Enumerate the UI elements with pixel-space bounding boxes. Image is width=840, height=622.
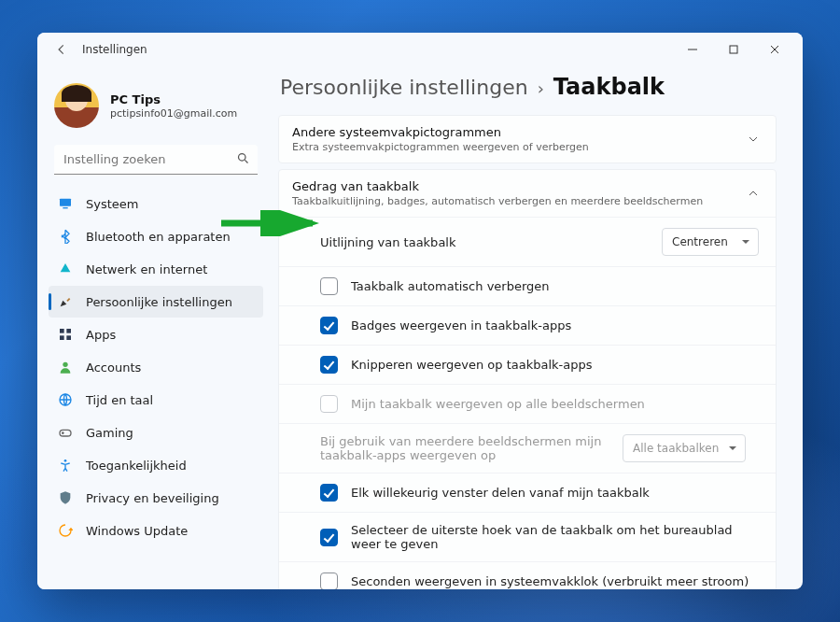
svg-point-1 bbox=[239, 154, 246, 162]
row-multi-monitor: Bij gebruik van meerdere beeldschermen m… bbox=[279, 423, 776, 473]
update-icon bbox=[58, 523, 73, 538]
minimize-icon bbox=[688, 45, 697, 54]
sidebar-item-10[interactable]: Windows Update bbox=[49, 515, 263, 546]
row-share-label: Elk willekeurig venster delen vanaf mijn… bbox=[351, 486, 759, 500]
card-other-header[interactable]: Andere systeemvakpictogrammen Extra syst… bbox=[279, 116, 776, 163]
accessibility-icon bbox=[58, 458, 73, 473]
svg-rect-3 bbox=[63, 207, 67, 208]
row-autohide[interactable]: Taakbalk automatisch verbergen bbox=[279, 266, 776, 305]
row-flashing[interactable]: Knipperen weergeven op taakbalk-apps bbox=[279, 345, 776, 384]
sidebar-item-6[interactable]: Tijd en taal bbox=[49, 384, 263, 416]
apps-icon bbox=[58, 327, 73, 342]
page-title: Taakbalk bbox=[553, 74, 665, 100]
card-taskbar-behavior: Gedrag van taakbalk Taakbalkuitlijning, … bbox=[278, 169, 777, 589]
sidebar-item-4[interactable]: Apps bbox=[49, 318, 263, 350]
svg-rect-4 bbox=[60, 329, 64, 333]
sidebar-item-label: Netwerk en internet bbox=[86, 262, 207, 276]
sidebar-item-9[interactable]: Privacy en beveiliging bbox=[49, 482, 263, 514]
all-monitors-checkbox bbox=[320, 395, 338, 413]
row-badges[interactable]: Badges weergeven in taakbalk-apps bbox=[279, 305, 776, 345]
card-behavior-header[interactable]: Gedrag van taakbalk Taakbalkuitlijning, … bbox=[279, 170, 776, 217]
svg-rect-5 bbox=[66, 329, 71, 333]
row-alignment-label: Uitlijning van taakbalk bbox=[320, 235, 649, 249]
card-other-title: Andere systeemvakpictogrammen bbox=[292, 125, 744, 139]
sidebar-item-label: Bluetooth en apparaten bbox=[86, 230, 231, 244]
close-icon bbox=[770, 45, 779, 54]
row-seconds-label: Seconden weergeven in systeemvakklok (ve… bbox=[351, 574, 759, 588]
search bbox=[54, 145, 258, 175]
sidebar-item-3[interactable]: Persoonlijke instellingen bbox=[49, 286, 263, 318]
sidebar-item-7[interactable]: Gaming bbox=[49, 417, 263, 448]
row-autohide-label: Taakbalk automatisch verbergen bbox=[351, 279, 759, 293]
arrow-left-icon bbox=[55, 43, 68, 56]
settings-window: Instellingen PC Tips pctipsinfo01@gmail.… bbox=[37, 33, 803, 589]
wifi-icon bbox=[58, 262, 73, 276]
svg-rect-0 bbox=[730, 46, 737, 53]
sidebar-item-label: Systeem bbox=[86, 197, 138, 211]
profile[interactable]: PC Tips pctipsinfo01@gmail.com bbox=[49, 74, 263, 145]
breadcrumb-parent[interactable]: Persoonlijke instellingen bbox=[280, 76, 528, 99]
minimize-button[interactable] bbox=[672, 35, 713, 64]
globe-icon bbox=[58, 392, 73, 407]
sidebar-item-2[interactable]: Netwerk en internet bbox=[49, 253, 263, 285]
row-flashing-label: Knipperen weergeven op taakbalk-apps bbox=[351, 358, 759, 372]
card-behavior-title: Gedrag van taakbalk bbox=[292, 179, 744, 193]
profile-email: pctipsinfo01@gmail.com bbox=[110, 107, 237, 120]
row-desktop-corner[interactable]: Selecteer de uiterste hoek van de taakba… bbox=[279, 512, 776, 561]
sidebar-item-5[interactable]: Accounts bbox=[49, 351, 263, 383]
sidebar-item-8[interactable]: Toegankelijkheid bbox=[49, 449, 263, 481]
maximize-icon bbox=[729, 45, 738, 54]
row-desktop-corner-label: Selecteer de uiterste hoek van de taakba… bbox=[351, 523, 759, 551]
app-title: Instellingen bbox=[82, 43, 147, 56]
row-all-monitors: Mijn taakbalk weergeven op alle beeldsch… bbox=[279, 384, 776, 423]
card-other-subtitle: Extra systeemvakpictogrammen weergeven o… bbox=[292, 141, 744, 153]
row-share[interactable]: Elk willekeurig venster delen vanaf mijn… bbox=[279, 473, 776, 512]
maximize-button[interactable] bbox=[713, 35, 754, 64]
back-button[interactable] bbox=[45, 35, 78, 64]
search-input[interactable] bbox=[54, 145, 258, 175]
svg-rect-6 bbox=[60, 335, 64, 340]
seconds-checkbox[interactable] bbox=[320, 573, 338, 589]
multi-monitor-select: Alle taakbalken bbox=[623, 434, 746, 462]
chevron-down-icon bbox=[744, 131, 763, 148]
avatar bbox=[54, 83, 99, 128]
desktop-corner-checkbox[interactable] bbox=[320, 529, 338, 546]
svg-point-11 bbox=[64, 459, 67, 462]
chevron-up-icon bbox=[744, 185, 763, 203]
row-seconds[interactable]: Seconden weergeven in systeemvakklok (ve… bbox=[279, 561, 776, 589]
svg-rect-7 bbox=[66, 335, 71, 340]
breadcrumb: Persoonlijke instellingen › Taakbalk bbox=[280, 74, 777, 100]
row-all-monitors-label: Mijn taakbalk weergeven op alle beeldsch… bbox=[351, 397, 759, 411]
profile-name: PC Tips bbox=[110, 92, 237, 106]
sidebar-item-label: Windows Update bbox=[86, 524, 188, 538]
main: Persoonlijke instellingen › Taakbalk And… bbox=[269, 66, 803, 589]
close-button[interactable] bbox=[754, 35, 795, 64]
flashing-checkbox[interactable] bbox=[320, 356, 338, 374]
shield-icon bbox=[58, 490, 73, 505]
svg-point-8 bbox=[63, 362, 67, 367]
brush-icon bbox=[58, 294, 73, 309]
badges-checkbox[interactable] bbox=[320, 317, 338, 334]
card-behavior-subtitle: Taakbalkuitlijning, badges, automatisch … bbox=[292, 195, 744, 207]
monitor-icon bbox=[58, 196, 73, 211]
alignment-select[interactable]: Centreren bbox=[662, 228, 759, 256]
gamepad-icon bbox=[58, 425, 73, 440]
titlebar: Instellingen bbox=[37, 33, 803, 66]
autohide-checkbox[interactable] bbox=[320, 277, 338, 295]
svg-rect-10 bbox=[60, 430, 71, 436]
sidebar-item-0[interactable]: Systeem bbox=[49, 188, 263, 219]
share-checkbox[interactable] bbox=[320, 484, 338, 502]
row-badges-label: Badges weergeven in taakbalk-apps bbox=[351, 318, 759, 332]
multi-monitor-select-value: Alle taakbalken bbox=[633, 442, 719, 455]
sidebar-item-label: Gaming bbox=[86, 426, 133, 440]
sidebar-item-label: Apps bbox=[86, 328, 116, 342]
sidebar-item-label: Privacy en beveiliging bbox=[86, 491, 219, 505]
chevron-right-icon: › bbox=[538, 78, 544, 98]
sidebar-item-label: Tijd en taal bbox=[86, 393, 153, 407]
alignment-select-value: Centreren bbox=[672, 235, 728, 248]
sidebar-item-label: Persoonlijke instellingen bbox=[86, 295, 232, 309]
sidebar-item-label: Accounts bbox=[86, 360, 141, 375]
sidebar-item-1[interactable]: Bluetooth en apparaten bbox=[49, 220, 263, 252]
svg-rect-2 bbox=[60, 199, 71, 206]
card-other-tray-icons: Andere systeemvakpictogrammen Extra syst… bbox=[278, 115, 777, 163]
